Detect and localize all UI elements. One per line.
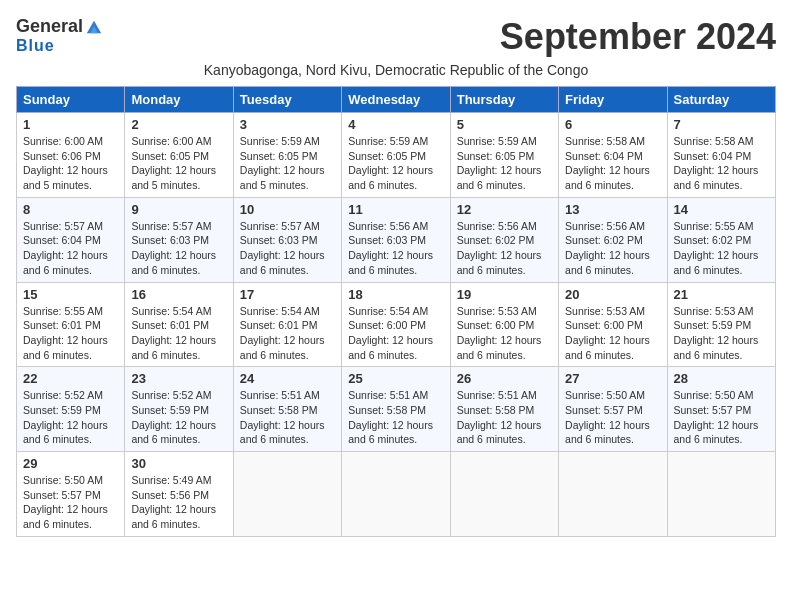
- sunrise-text: Sunrise: 5:53 AM: [565, 304, 660, 319]
- day-detail: Sunrise: 5:55 AMSunset: 6:01 PMDaylight:…: [23, 304, 118, 363]
- sunrise-text: Sunrise: 5:54 AM: [240, 304, 335, 319]
- day-detail: Sunrise: 5:54 AMSunset: 6:00 PMDaylight:…: [348, 304, 443, 363]
- calendar-cell: 5Sunrise: 5:59 AMSunset: 6:05 PMDaylight…: [450, 113, 558, 198]
- day-detail: Sunrise: 5:54 AMSunset: 6:01 PMDaylight:…: [131, 304, 226, 363]
- day-number: 19: [457, 287, 552, 302]
- calendar-cell: 12Sunrise: 5:56 AMSunset: 6:02 PMDayligh…: [450, 197, 558, 282]
- daylight-text: Daylight: 12 hours and 6 minutes.: [23, 418, 118, 447]
- calendar-cell: 9Sunrise: 5:57 AMSunset: 6:03 PMDaylight…: [125, 197, 233, 282]
- day-detail: Sunrise: 5:57 AMSunset: 6:03 PMDaylight:…: [131, 219, 226, 278]
- col-header-saturday: Saturday: [667, 87, 775, 113]
- daylight-text: Daylight: 12 hours and 6 minutes.: [565, 163, 660, 192]
- calendar-cell: [667, 452, 775, 537]
- sunset-text: Sunset: 6:05 PM: [131, 149, 226, 164]
- day-number: 17: [240, 287, 335, 302]
- day-detail: Sunrise: 5:56 AMSunset: 6:02 PMDaylight:…: [565, 219, 660, 278]
- daylight-text: Daylight: 12 hours and 6 minutes.: [348, 163, 443, 192]
- sunset-text: Sunset: 6:01 PM: [23, 318, 118, 333]
- daylight-text: Daylight: 12 hours and 6 minutes.: [23, 333, 118, 362]
- daylight-text: Daylight: 12 hours and 6 minutes.: [565, 418, 660, 447]
- daylight-text: Daylight: 12 hours and 6 minutes.: [674, 248, 769, 277]
- sunrise-text: Sunrise: 5:53 AM: [457, 304, 552, 319]
- calendar-table: SundayMondayTuesdayWednesdayThursdayFrid…: [16, 86, 776, 537]
- day-detail: Sunrise: 5:56 AMSunset: 6:03 PMDaylight:…: [348, 219, 443, 278]
- calendar-cell: 2Sunrise: 6:00 AMSunset: 6:05 PMDaylight…: [125, 113, 233, 198]
- daylight-text: Daylight: 12 hours and 6 minutes.: [240, 248, 335, 277]
- day-detail: Sunrise: 5:59 AMSunset: 6:05 PMDaylight:…: [240, 134, 335, 193]
- daylight-text: Daylight: 12 hours and 6 minutes.: [23, 248, 118, 277]
- sunrise-text: Sunrise: 5:55 AM: [674, 219, 769, 234]
- day-detail: Sunrise: 6:00 AMSunset: 6:05 PMDaylight:…: [131, 134, 226, 193]
- col-header-tuesday: Tuesday: [233, 87, 341, 113]
- calendar-cell: 1Sunrise: 6:00 AMSunset: 6:06 PMDaylight…: [17, 113, 125, 198]
- sunset-text: Sunset: 6:05 PM: [348, 149, 443, 164]
- day-detail: Sunrise: 5:50 AMSunset: 5:57 PMDaylight:…: [565, 388, 660, 447]
- col-header-wednesday: Wednesday: [342, 87, 450, 113]
- sunset-text: Sunset: 6:00 PM: [565, 318, 660, 333]
- day-detail: Sunrise: 5:53 AMSunset: 6:00 PMDaylight:…: [457, 304, 552, 363]
- day-number: 10: [240, 202, 335, 217]
- col-header-sunday: Sunday: [17, 87, 125, 113]
- daylight-text: Daylight: 12 hours and 6 minutes.: [457, 163, 552, 192]
- sunset-text: Sunset: 6:01 PM: [240, 318, 335, 333]
- day-number: 27: [565, 371, 660, 386]
- sunset-text: Sunset: 6:01 PM: [131, 318, 226, 333]
- sunrise-text: Sunrise: 5:59 AM: [457, 134, 552, 149]
- sunset-text: Sunset: 5:59 PM: [23, 403, 118, 418]
- day-number: 25: [348, 371, 443, 386]
- daylight-text: Daylight: 12 hours and 6 minutes.: [565, 333, 660, 362]
- daylight-text: Daylight: 12 hours and 6 minutes.: [131, 502, 226, 531]
- sunrise-text: Sunrise: 5:58 AM: [674, 134, 769, 149]
- sunset-text: Sunset: 5:59 PM: [674, 318, 769, 333]
- day-detail: Sunrise: 5:57 AMSunset: 6:04 PMDaylight:…: [23, 219, 118, 278]
- day-detail: Sunrise: 5:51 AMSunset: 5:58 PMDaylight:…: [348, 388, 443, 447]
- sunrise-text: Sunrise: 5:51 AM: [240, 388, 335, 403]
- sunset-text: Sunset: 6:02 PM: [457, 233, 552, 248]
- calendar-cell: 22Sunrise: 5:52 AMSunset: 5:59 PMDayligh…: [17, 367, 125, 452]
- sunrise-text: Sunrise: 5:56 AM: [348, 219, 443, 234]
- calendar-cell: [233, 452, 341, 537]
- sunrise-text: Sunrise: 5:57 AM: [240, 219, 335, 234]
- daylight-text: Daylight: 12 hours and 6 minutes.: [348, 333, 443, 362]
- week-row-3: 15Sunrise: 5:55 AMSunset: 6:01 PMDayligh…: [17, 282, 776, 367]
- day-number: 13: [565, 202, 660, 217]
- calendar-cell: 24Sunrise: 5:51 AMSunset: 5:58 PMDayligh…: [233, 367, 341, 452]
- day-detail: Sunrise: 5:59 AMSunset: 6:05 PMDaylight:…: [348, 134, 443, 193]
- calendar-cell: 25Sunrise: 5:51 AMSunset: 5:58 PMDayligh…: [342, 367, 450, 452]
- day-number: 29: [23, 456, 118, 471]
- calendar-cell: 26Sunrise: 5:51 AMSunset: 5:58 PMDayligh…: [450, 367, 558, 452]
- day-detail: Sunrise: 5:53 AMSunset: 6:00 PMDaylight:…: [565, 304, 660, 363]
- day-number: 8: [23, 202, 118, 217]
- day-number: 30: [131, 456, 226, 471]
- day-number: 18: [348, 287, 443, 302]
- week-row-5: 29Sunrise: 5:50 AMSunset: 5:57 PMDayligh…: [17, 452, 776, 537]
- calendar-cell: 4Sunrise: 5:59 AMSunset: 6:05 PMDaylight…: [342, 113, 450, 198]
- calendar-cell: 3Sunrise: 5:59 AMSunset: 6:05 PMDaylight…: [233, 113, 341, 198]
- day-detail: Sunrise: 5:52 AMSunset: 5:59 PMDaylight:…: [131, 388, 226, 447]
- calendar-cell: 17Sunrise: 5:54 AMSunset: 6:01 PMDayligh…: [233, 282, 341, 367]
- day-number: 5: [457, 117, 552, 132]
- day-number: 12: [457, 202, 552, 217]
- sunrise-text: Sunrise: 5:50 AM: [565, 388, 660, 403]
- calendar-cell: 10Sunrise: 5:57 AMSunset: 6:03 PMDayligh…: [233, 197, 341, 282]
- sunrise-text: Sunrise: 5:52 AM: [131, 388, 226, 403]
- calendar-cell: 15Sunrise: 5:55 AMSunset: 6:01 PMDayligh…: [17, 282, 125, 367]
- daylight-text: Daylight: 12 hours and 6 minutes.: [457, 248, 552, 277]
- logo-general-text: General: [16, 16, 83, 37]
- day-detail: Sunrise: 5:52 AMSunset: 5:59 PMDaylight:…: [23, 388, 118, 447]
- sunset-text: Sunset: 6:05 PM: [240, 149, 335, 164]
- daylight-text: Daylight: 12 hours and 6 minutes.: [565, 248, 660, 277]
- sunset-text: Sunset: 5:57 PM: [565, 403, 660, 418]
- daylight-text: Daylight: 12 hours and 6 minutes.: [131, 248, 226, 277]
- daylight-text: Daylight: 12 hours and 6 minutes.: [131, 418, 226, 447]
- day-number: 7: [674, 117, 769, 132]
- sunrise-text: Sunrise: 5:51 AM: [348, 388, 443, 403]
- calendar-cell: 23Sunrise: 5:52 AMSunset: 5:59 PMDayligh…: [125, 367, 233, 452]
- calendar-header-row: SundayMondayTuesdayWednesdayThursdayFrid…: [17, 87, 776, 113]
- day-detail: Sunrise: 5:51 AMSunset: 5:58 PMDaylight:…: [240, 388, 335, 447]
- calendar-cell: 27Sunrise: 5:50 AMSunset: 5:57 PMDayligh…: [559, 367, 667, 452]
- day-detail: Sunrise: 5:56 AMSunset: 6:02 PMDaylight:…: [457, 219, 552, 278]
- day-detail: Sunrise: 5:57 AMSunset: 6:03 PMDaylight:…: [240, 219, 335, 278]
- day-number: 3: [240, 117, 335, 132]
- calendar-cell: 13Sunrise: 5:56 AMSunset: 6:02 PMDayligh…: [559, 197, 667, 282]
